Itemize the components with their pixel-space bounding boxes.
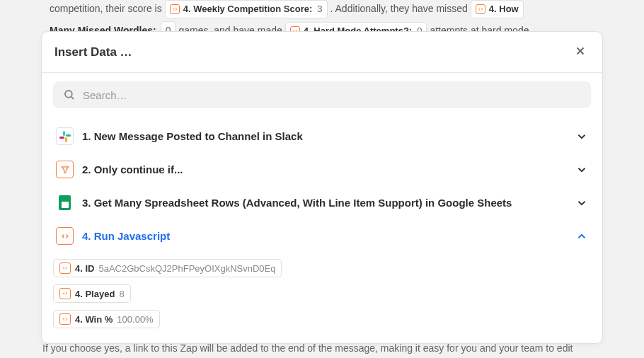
step-label: 2. Only continue if... [82, 163, 567, 175]
chevron-up-icon [575, 230, 588, 243]
data-pill-how: 4. How [471, 0, 524, 18]
chevron-down-icon [575, 130, 588, 143]
search-input[interactable] [83, 89, 581, 101]
filter-icon [56, 161, 74, 178]
code-icon [59, 262, 71, 274]
modal-body: 1. New Message Posted to Channel in Slac… [42, 73, 602, 343]
insert-data-modal: Insert Data … 1. New Message Posted to C… [41, 31, 603, 344]
show-all-options-link[interactable]: Show all options [53, 332, 166, 343]
field-win-pct[interactable]: 4. Win % 100.00% [53, 310, 160, 328]
bg-text: competition, their score is [50, 1, 162, 18]
code-icon [170, 4, 180, 14]
slack-icon [56, 127, 74, 145]
bg-text: . Additionally, they have missed [330, 1, 468, 18]
modal-header: Insert Data … [42, 32, 602, 73]
code-icon [476, 4, 485, 14]
step-label: 3. Get Many Spreadsheet Rows (Advanced, … [82, 197, 567, 209]
search-field[interactable] [53, 81, 591, 108]
code-icon [59, 313, 71, 325]
chevron-down-icon [575, 163, 588, 176]
step-label: 1. New Message Posted to Channel in Slac… [82, 130, 567, 142]
background-bottom-text: If you choose yes, a link to this Zap wi… [41, 342, 603, 354]
svg-point-0 [65, 91, 72, 98]
step-label: 4. Run Javascript [82, 230, 567, 242]
google-sheets-icon [56, 194, 74, 212]
code-icon [59, 288, 71, 299]
close-button[interactable] [571, 42, 590, 62]
search-icon [63, 88, 76, 101]
field-played[interactable]: 4. Played 8 [53, 284, 131, 303]
chevron-down-icon [575, 197, 588, 209]
close-icon [574, 45, 587, 57]
field-id[interactable]: 4. ID 5aAC2GbCskQJ2PhFPeyOIXgkNSvnD0Eq [53, 259, 282, 277]
modal-title: Insert Data … [54, 45, 132, 59]
step-sheets[interactable]: 3. Get Many Spreadsheet Rows (Advanced, … [53, 186, 591, 219]
field-list: 4. ID 5aAC2GbCskQJ2PhFPeyOIXgkNSvnD0Eq 4… [53, 255, 591, 332]
code-icon [56, 227, 74, 245]
step-run-javascript[interactable]: 4. Run Javascript [53, 219, 591, 253]
step-slack[interactable]: 1. New Message Posted to Channel in Slac… [53, 120, 591, 153]
step-filter[interactable]: 2. Only continue if... [53, 153, 591, 186]
data-pill-weekly-score: 4. Weekly Competition Score: 3 [165, 0, 328, 18]
